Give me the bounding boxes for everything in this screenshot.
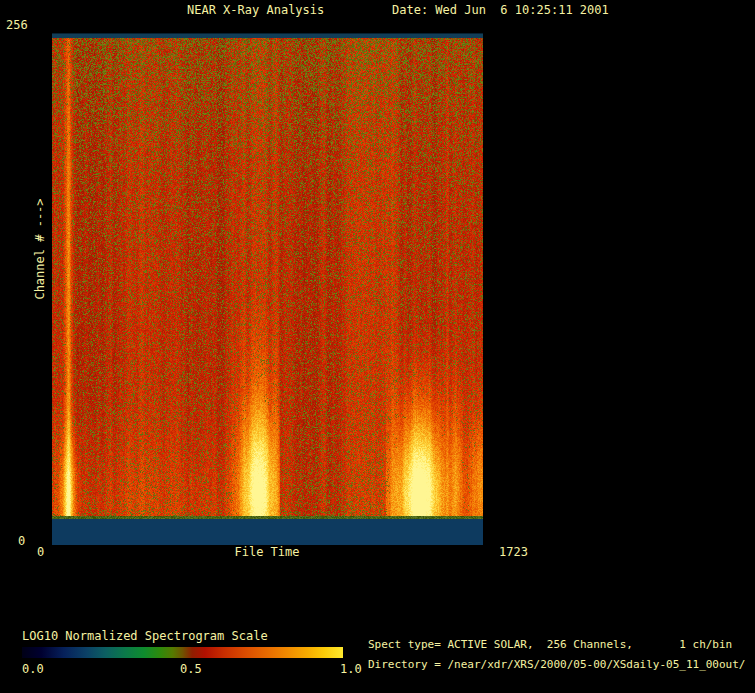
page-title: NEAR X-Ray Analysis bbox=[187, 4, 324, 17]
y-axis-label: Channel # ---> bbox=[34, 198, 47, 299]
x-axis-max-tick: 1723 bbox=[499, 546, 528, 559]
footer-directory: Directory = /near/xdr/XRS/2000/05-00/XSd… bbox=[368, 658, 746, 671]
colorbar-gradient bbox=[22, 647, 343, 658]
x-axis-min-tick: 0 bbox=[37, 546, 44, 559]
header-date: Date: Wed Jun 6 10:25:11 2001 bbox=[392, 4, 609, 17]
colorbar-tick-mid: 0.5 bbox=[180, 663, 202, 676]
near-xray-analysis-window: NEAR X-Ray Analysis Date: Wed Jun 6 10:2… bbox=[0, 0, 755, 693]
colorbar-title: LOG10 Normalized Spectrogram Scale bbox=[22, 630, 268, 643]
y-axis-min-tick: 0 bbox=[18, 535, 25, 548]
colorbar-tick-max: 1.0 bbox=[340, 663, 362, 676]
colorbar-tick-min: 0.0 bbox=[22, 663, 44, 676]
x-axis-label: File Time bbox=[234, 546, 299, 559]
footer-spect-type: Spect type= ACTIVE SOLAR, 256 Channels, … bbox=[368, 638, 732, 651]
y-axis-max-tick: 256 bbox=[6, 19, 28, 32]
spectrogram-canvas bbox=[52, 33, 483, 545]
